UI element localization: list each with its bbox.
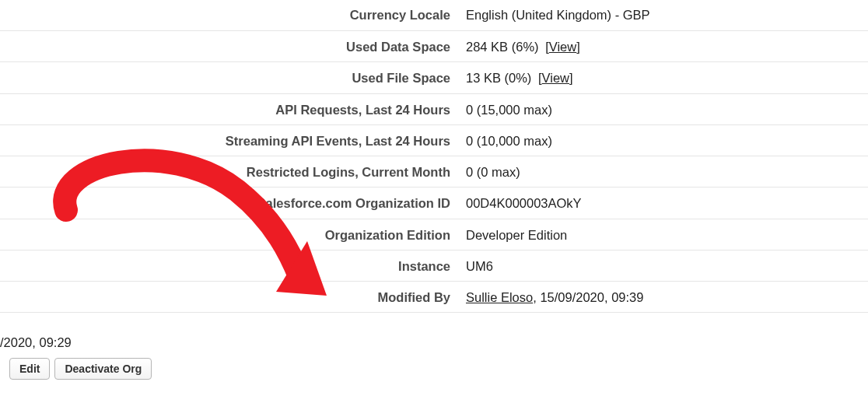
value-instance: UM6 (463, 258, 868, 275)
label-used-file-space: Used File Space (0, 69, 463, 86)
edit-button[interactable]: Edit (9, 358, 50, 380)
row-modified-by: Modified By Sullie Eloso, 15/09/2020, 09… (0, 282, 868, 313)
label-instance: Instance (0, 258, 463, 275)
value-api-requests: 0 (15,000 max) (463, 101, 868, 118)
text-used-file-space: 13 KB (0%) (466, 71, 531, 85)
row-used-file-space: Used File Space 13 KB (0%) [View] (0, 62, 868, 93)
label-modified-by: Modified By (0, 289, 463, 306)
row-currency-locale: Currency Locale English (United Kingdom)… (0, 0, 868, 31)
row-instance: Instance UM6 (0, 251, 868, 282)
button-bar: Edit Deactivate Org (9, 358, 152, 380)
org-details-table: Currency Locale English (United Kingdom)… (0, 0, 868, 313)
row-used-data-space: Used Data Space 284 KB (6%) [View] (0, 31, 868, 62)
label-restricted-logins: Restricted Logins, Current Month (0, 163, 463, 180)
label-currency-locale: Currency Locale (0, 6, 463, 23)
value-streaming-api: 0 (10,000 max) (463, 132, 868, 149)
value-currency-locale: English (United Kingdom) - GBP (463, 6, 868, 23)
bracket-close-2: ] (569, 71, 573, 85)
row-org-id: Salesforce.com Organization ID 00D4K0000… (0, 187, 868, 219)
link-modified-by-user[interactable]: Sullie Eloso (466, 290, 533, 304)
value-org-id: 00D4K000003AOkY (463, 194, 868, 212)
label-streaming-api: Streaming API Events, Last 24 Hours (0, 132, 463, 149)
label-org-id: Salesforce.com Organization ID (0, 194, 463, 212)
text-created-date-fragment: /2020, 09:29 (0, 335, 72, 350)
text-used-data-space: 284 KB (6%) (466, 40, 539, 54)
link-view-file-space[interactable]: View (542, 71, 569, 85)
label-used-data-space: Used Data Space (0, 38, 463, 55)
bracket-close: ] (576, 40, 580, 54)
value-used-file-space: 13 KB (0%) [View] (463, 69, 868, 86)
deactivate-org-button[interactable]: Deactivate Org (54, 358, 152, 380)
text-modified-by-timestamp: , 15/09/2020, 09:39 (533, 290, 643, 304)
row-streaming-api: Streaming API Events, Last 24 Hours 0 (1… (0, 125, 868, 156)
row-api-requests: API Requests, Last 24 Hours 0 (15,000 ma… (0, 94, 868, 125)
value-org-edition: Developer Edition (463, 226, 868, 244)
value-used-data-space: 284 KB (6%) [View] (463, 38, 868, 55)
label-org-edition: Organization Edition (0, 226, 463, 244)
row-org-edition: Organization Edition Developer Edition (0, 219, 868, 251)
label-api-requests: API Requests, Last 24 Hours (0, 101, 463, 118)
row-restricted-logins: Restricted Logins, Current Month 0 (0 ma… (0, 156, 868, 187)
link-view-data-space[interactable]: View (549, 40, 576, 54)
value-restricted-logins: 0 (0 max) (463, 163, 868, 180)
value-modified-by: Sullie Eloso, 15/09/2020, 09:39 (463, 289, 868, 306)
